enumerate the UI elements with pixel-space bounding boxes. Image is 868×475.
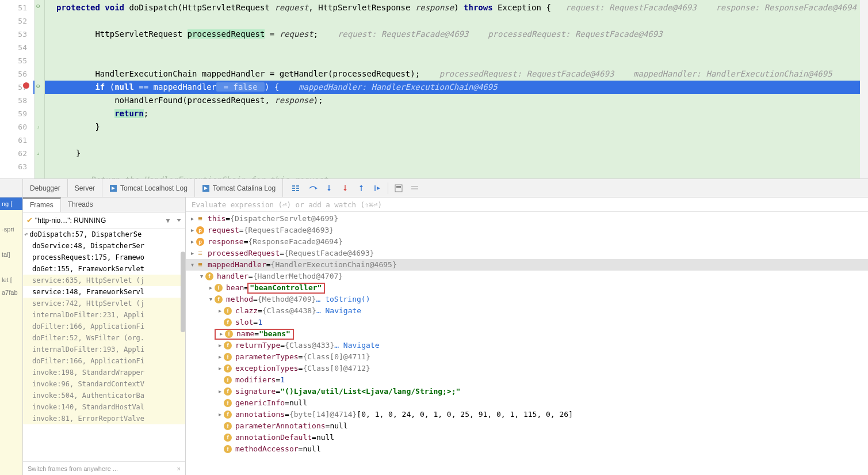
variable-row[interactable]: ·fmethodAccessor = null (186, 443, 868, 455)
stack-frame[interactable]: doFilter:166, ApplicationFi (23, 321, 185, 332)
field-badge-icon: f (224, 341, 232, 349)
variable-row[interactable]: ·fparameterAnnotations = null (186, 420, 868, 432)
stack-frame[interactable]: service:148, FrameworkServl (23, 286, 185, 298)
svg-marker-10 (315, 187, 318, 189)
stack-frame[interactable]: service:635, HttpServlet (j (23, 275, 185, 286)
dropdown-icon[interactable] (176, 216, 182, 225)
stack-frame[interactable]: doService:48, DispatcherSer (23, 240, 185, 252)
chevron-right-icon[interactable]: ▸ (216, 340, 224, 351)
chevron-right-icon[interactable]: ▸ (217, 328, 225, 340)
code-editor[interactable]: 51 52 53 54 55 56 57 58 59 60 61 62 63 ⊖… (0, 0, 868, 178)
stack-frame[interactable]: invoke:96, StandardContextV (23, 378, 185, 390)
variable-row[interactable]: ·fannotationDefault = null (186, 432, 868, 443)
svg-rect-19 (395, 185, 402, 192)
filter-icon[interactable]: ▼ (165, 216, 171, 225)
field-badge-icon: f (224, 411, 232, 419)
stack-frame[interactable]: invoke:504, AuthenticatorBa (23, 390, 185, 401)
stack-frame[interactable]: invoke:198, StandardWrapper (23, 367, 185, 378)
current-execution-line[interactable]: if (null == mappedHandler = false ) { ma… (33, 81, 868, 94)
chevron-right-icon[interactable]: ▸ (207, 282, 215, 294)
variable-row[interactable]: ▸fsignature = "()Ljava/util/List<Ljava/l… (186, 386, 868, 397)
variable-row[interactable]: ▸≡processedRequest = {RequestFacade@4693… (186, 248, 868, 259)
frames-hint: Switch frames from anywhere ... × (23, 461, 185, 475)
stack-frame[interactable]: processRequest:175, Framewo (23, 252, 185, 263)
field-badge-icon: f (224, 307, 232, 315)
debug-toolbar: Debugger Server Tomcat Localhost Log Tom… (0, 179, 868, 197)
svg-marker-18 (377, 187, 380, 190)
variable-row[interactable]: ▸fname = "beans" (186, 328, 868, 340)
variable-row[interactable]: ▾fmethod = {Method@4709} … toString() (186, 294, 868, 305)
call-stack-list[interactable]: ↶doDispatch:57, DispatcherSedoService:48… (23, 229, 185, 461)
step-over-icon[interactable] (307, 183, 319, 194)
variable-row[interactable]: ·fgenericInfo = null (186, 397, 868, 409)
line-number-gutter: 51 52 53 54 55 56 57 58 59 60 61 62 63 (0, 0, 35, 178)
variable-row[interactable]: ▸fexceptionTypes = {Class[0]@4712} (186, 363, 868, 374)
stack-frame[interactable]: invoke:81, ErrorReportValve (23, 413, 185, 424)
breakpoint-icon[interactable] (23, 82, 29, 89)
variable-row[interactable]: ▸fclazz = {Class@4438} … Navigate (186, 305, 868, 317)
variable-row[interactable]: ▾≡mappedHandler = {HandlerExecutionChain… (186, 259, 868, 271)
chevron-down-icon[interactable]: ▾ (207, 294, 215, 305)
close-icon[interactable]: × (177, 465, 181, 472)
stack-frame[interactable]: invoke:140, StandardHostVal (23, 401, 185, 413)
stack-frame[interactable]: service:742, HttpServlet (j (23, 298, 185, 309)
fold-icon[interactable]: ⊖ (36, 82, 40, 90)
fold-icon[interactable]: ⊖ (36, 2, 40, 10)
tab-tomcat-catalina-log[interactable]: Tomcat Catalina Log (195, 179, 283, 197)
tab-threads[interactable]: Threads (61, 197, 100, 212)
variable-row[interactable]: ▸≡this = {DispatcherServlet@4699} (186, 213, 868, 225)
chevron-down-icon[interactable]: ▾ (197, 271, 205, 282)
run-to-cursor-icon[interactable] (372, 183, 383, 194)
scrollbar[interactable] (181, 252, 185, 332)
svg-rect-21 (411, 186, 418, 187)
chevron-right-icon[interactable]: ▸ (216, 363, 224, 374)
variable-row[interactable]: ▸fbean = "beanController" (186, 282, 868, 294)
tab-server[interactable]: Server (68, 179, 102, 197)
force-step-into-icon[interactable] (339, 183, 351, 194)
chevron-right-icon[interactable]: ▸ (188, 225, 196, 236)
chevron-right-icon[interactable]: ▸ (188, 213, 196, 225)
stack-frame[interactable]: doFilter:166, ApplicationFi (23, 355, 185, 367)
stack-frame[interactable]: internalDoFilter:193, Appli (23, 344, 185, 355)
more-icon[interactable] (409, 183, 420, 194)
step-out-icon[interactable] (355, 183, 367, 194)
variable-row[interactable]: ▸prequest = {RequestFacade@4693} (186, 225, 868, 236)
stack-frame[interactable]: doFilter:52, WsFilter (org. (23, 332, 185, 344)
variable-row[interactable]: ▾fhandler = {HandlerMethod@4707} (186, 271, 868, 282)
variables-pane: Evaluate expression (⏎) or add a watch (… (186, 197, 868, 475)
variable-row[interactable]: ·fslot = 1 (186, 317, 868, 328)
svg-marker-12 (327, 189, 331, 191)
fold-end-icon: ⌟ (36, 122, 40, 130)
chevron-right-icon[interactable]: ▸ (216, 351, 224, 363)
variable-row[interactable]: ▸presponse = {ResponseFacade@4694} (186, 236, 868, 248)
field-badge-icon: f (215, 284, 223, 292)
stack-frame[interactable]: ↶doDispatch:57, DispatcherSe (23, 229, 185, 240)
layout-icon[interactable] (290, 183, 301, 194)
variable-row[interactable]: ▸freturnType = {Class@433} … Navigate (186, 340, 868, 351)
evaluate-input[interactable]: Evaluate expression (⏎) or add a watch (… (186, 197, 868, 212)
step-into-icon[interactable] (323, 183, 335, 194)
chevron-right-icon[interactable]: ▸ (216, 305, 224, 317)
variable-row[interactable]: ·fmodifiers = 1 (186, 374, 868, 386)
variable-tree[interactable]: ▸≡this = {DispatcherServlet@4699}▸preque… (186, 212, 868, 475)
variable-row[interactable]: ▸fannotations = {byte[14]@4714} [0, 1, 0… (186, 409, 868, 420)
chevron-right-icon[interactable]: ▸ (188, 236, 196, 248)
thread-selector[interactable]: ✔ "http-nio…": RUNNING ▼ (23, 212, 185, 229)
stack-frame[interactable]: internalDoFilter:231, Appli (23, 309, 185, 321)
svg-rect-9 (296, 190, 299, 191)
chevron-down-icon[interactable]: ▾ (188, 259, 196, 271)
chevron-right-icon[interactable]: ▸ (216, 409, 224, 420)
chevron-right-icon[interactable]: ▸ (188, 248, 196, 259)
svg-marker-16 (360, 185, 363, 187)
tab-frames[interactable]: Frames (23, 197, 61, 212)
evaluate-icon[interactable] (393, 183, 404, 194)
variable-row[interactable]: ▸fparameterTypes = {Class[0]@4711} (186, 351, 868, 363)
editor-scrollbar[interactable] (860, 0, 868, 178)
tab-tomcat-localhost-log[interactable]: Tomcat Localhost Log (102, 179, 195, 197)
chevron-right-icon[interactable]: ▸ (216, 386, 224, 397)
code-area[interactable]: protected void doDispatch(HttpServletReq… (45, 0, 868, 178)
doc-hint: Return the HandlerExecutionChain for thi… (56, 175, 332, 178)
folding-gutter[interactable]: ⊖ ⊖ ⌟ ⌟ (35, 0, 45, 178)
stack-frame[interactable]: doGet:155, FrameworkServlet (23, 263, 185, 275)
tab-debugger[interactable]: Debugger (23, 179, 68, 197)
